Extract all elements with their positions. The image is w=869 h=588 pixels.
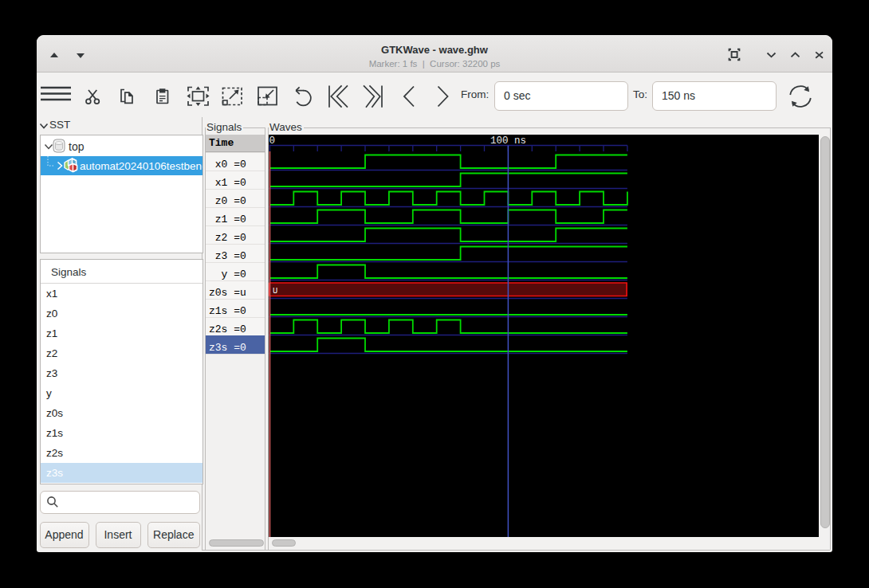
svg-text:U: U (273, 286, 277, 296)
svg-text:100 ns: 100 ns (490, 135, 525, 147)
svg-text:0: 0 (269, 135, 275, 147)
